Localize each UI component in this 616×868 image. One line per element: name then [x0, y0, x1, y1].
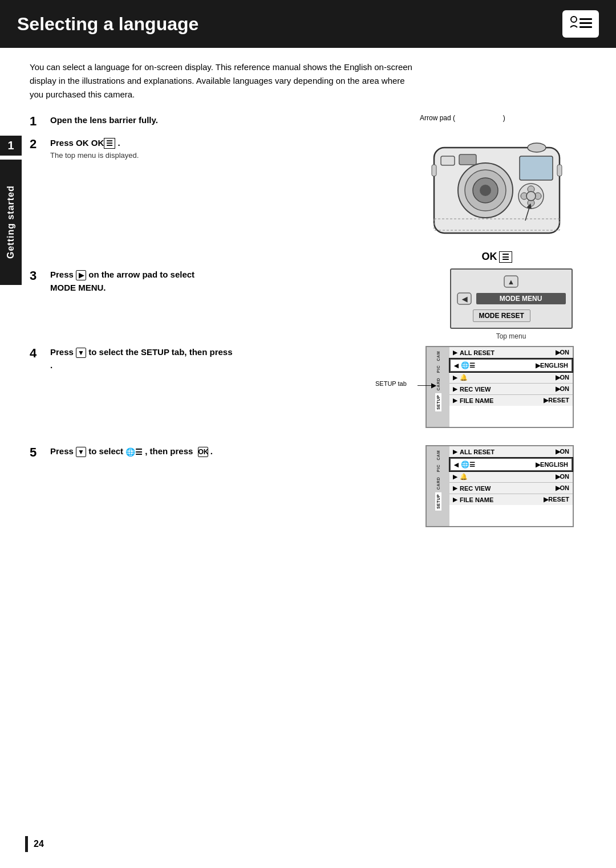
setup5-row-sound: ▶ 🔔 ▶ON	[449, 471, 573, 483]
mode-menu-box: ▲ ◀ MODE MENU MODE RESET	[450, 268, 573, 329]
svg-rect-3	[579, 26, 592, 28]
step-3-number: 3	[30, 268, 50, 283]
ok-symbol: ☰	[104, 138, 115, 149]
setup-row-language: ◀ 🌐☰ ▶ENGLISH	[449, 358, 573, 372]
arrow-updown-icon: ▼	[76, 447, 86, 457]
svg-rect-19	[432, 165, 436, 176]
intro-paragraph: You can select a language for on-screen …	[30, 60, 418, 101]
step-5-instruction: Press ▼ to select 🌐☰ , then press OK .	[50, 446, 213, 456]
svg-rect-9	[441, 156, 455, 165]
svg-rect-1	[579, 18, 592, 20]
steps-1-2-section: 1 Open the lens barrier fully. 2 Press O…	[30, 114, 591, 263]
step-4: 4 Press ▼ to select the SETUP tab, then …	[30, 346, 425, 372]
tab5-cam: CAM	[435, 449, 441, 462]
setup-menu-5: CAM PIC CARD SETUP ▶ ALL RESET ▶ON ◀ 🌐☰	[425, 445, 574, 527]
ok-btn-inline-icon: OK	[198, 447, 208, 457]
steps-1-2-right: Arrow pad ( )	[403, 114, 591, 263]
setup-row-recview: ▶ REC VIEW ▶ON	[449, 384, 573, 395]
mode-reset-row: MODE RESET	[451, 307, 572, 324]
setup5-row-filename: ▶ FILE NAME ▶RESET	[449, 494, 573, 505]
step-2-number: 2	[30, 137, 50, 152]
svg-point-18	[526, 191, 536, 201]
step-2-content: Press OK OK☰ . The top menu is displayed…	[50, 137, 403, 160]
header-icon-box	[562, 10, 599, 38]
ok-text: OK	[91, 138, 104, 148]
footer-bar	[25, 836, 28, 852]
step-4-section: 4 Press ▼ to select the SETUP tab, then …	[30, 346, 591, 437]
svg-text:▲: ▲	[508, 278, 515, 286]
svg-rect-20	[557, 165, 562, 176]
setup-row-all-reset: ▶ ALL RESET ▶ON	[449, 347, 573, 358]
left-arrow-btn-icon: ◀	[457, 292, 472, 305]
lang-icon-inline: 🌐☰	[125, 447, 145, 457]
setup5-row-all-reset: ▶ ALL RESET ▶ON	[449, 446, 573, 458]
arrow-down-icon: ▼	[76, 348, 86, 358]
mode-menu-row-left: ◀ MODE MENU	[451, 290, 572, 307]
step-4-right: SETUP tab ——▶ CAM PIC CARD SETUP ▶ ALL R…	[425, 346, 591, 428]
up-button-icon: ▲	[502, 275, 520, 288]
step-3-content: Press ▶ on the arrow pad to select MODE …	[50, 268, 431, 294]
svg-point-12	[528, 143, 546, 152]
page-header: Selecting a language	[0, 0, 616, 48]
side-tab-number: 1	[0, 136, 22, 156]
step-3-left: 3 Press ▶ on the arrow pad to select MOD…	[30, 268, 431, 302]
tab-cam: CAM	[435, 349, 441, 362]
ok-menu-symbol: ☰	[499, 251, 512, 263]
step-2-text: Press OK OK☰ .	[50, 138, 120, 148]
step-2-sub: The top menu is displayed.	[50, 151, 403, 160]
svg-rect-11	[520, 156, 553, 180]
step-5-content: Press ▼ to select 🌐☰ , then press OK .	[50, 445, 425, 458]
page-number: 24	[34, 839, 44, 849]
step-4-instruction: Press ▼ to select the SETUP tab, then pr…	[50, 347, 233, 370]
mode-menu-label: MODE MENU	[476, 293, 566, 304]
side-tab-label: Getting started	[0, 160, 22, 285]
tab-setup: SETUP	[435, 393, 441, 411]
tab5-card: CARD	[435, 475, 441, 491]
step-2: 2 Press OK OK☰ . The top menu is display…	[30, 137, 403, 160]
setup-row-sound: ▶ 🔔 ▶ON	[449, 372, 573, 384]
step-3-right: ▲ ◀ MODE MENU MODE RESET Top menu	[431, 268, 591, 340]
tab-card: CARD	[435, 376, 441, 392]
step-3: 3 Press ▶ on the arrow pad to select MOD…	[30, 268, 431, 294]
svg-rect-2	[579, 22, 592, 24]
top-menu-caption: Top menu	[496, 332, 526, 340]
setup-menu-4: CAM PIC CARD SETUP ▶ ALL RESET ▶ON ◀	[425, 346, 574, 428]
camera-svg	[417, 125, 577, 244]
setup5-row-language: ◀ 🌐☰ ▶ENGLISH	[449, 458, 573, 471]
page-footer: 24	[25, 836, 44, 852]
step-1-content: Open the lens barrier fully.	[50, 114, 403, 127]
svg-rect-10	[459, 154, 476, 165]
setup-rows-5: ▶ ALL RESET ▶ON ◀ 🌐☰ ▶ENGLISH ▶ 🔔	[449, 446, 573, 526]
main-content: You can select a language for on-screen …	[0, 48, 616, 540]
steps-1-2-left: 1 Open the lens barrier fully. 2 Press O…	[30, 114, 403, 168]
camera-illustration	[417, 125, 577, 246]
step-1-text: Open the lens barrier fully.	[50, 115, 158, 125]
setup-tab-label: SETUP tab	[375, 380, 407, 387]
step-5: 5 Press ▼ to select 🌐☰ , then press OK .	[30, 445, 425, 460]
ok-button-label: OK ☰	[482, 251, 512, 263]
step-3-instruction: Press ▶ on the arrow pad to select MODE …	[50, 270, 194, 292]
tab5-pic: PIC	[435, 463, 441, 474]
svg-text:◀: ◀	[461, 295, 467, 303]
svg-point-0	[571, 17, 577, 22]
tab5-setup: SETUP	[435, 492, 441, 511]
step-1: 1 Open the lens barrier fully.	[30, 114, 403, 129]
svg-point-8	[480, 185, 491, 196]
step-4-content: Press ▼ to select the SETUP tab, then pr…	[50, 346, 425, 372]
step-1-number: 1	[30, 114, 50, 129]
arrow-right-icon: ▶	[76, 270, 86, 280]
step-5-section: 5 Press ▼ to select 🌐☰ , then press OK .	[30, 445, 591, 527]
language-icon	[568, 14, 593, 34]
page-title: Selecting a language	[17, 14, 198, 35]
step-5-right: CAM PIC CARD SETUP ▶ ALL RESET ▶ON ◀ 🌐☰	[425, 445, 591, 527]
tab-pic: PIC	[435, 364, 441, 374]
step-3-section: 3 Press ▶ on the arrow pad to select MOD…	[30, 268, 591, 340]
setup-rows: ▶ ALL RESET ▶ON ◀ 🌐☰ ▶ENGLISH ▶ 🔔	[449, 347, 573, 427]
setup-row-filename: ▶ FILE NAME ▶RESET	[449, 395, 573, 406]
setup-tabs-5: CAM PIC CARD SETUP	[427, 446, 449, 526]
arrow-pad-label: Arrow pad ( )	[403, 114, 591, 123]
step-5-number: 5	[30, 445, 50, 460]
step-4-left: 4 Press ▼ to select the SETUP tab, then …	[30, 346, 425, 437]
setup-tab-arrow: ——▶	[418, 381, 436, 389]
step-5-left: 5 Press ▼ to select 🌐☰ , then press OK .	[30, 445, 425, 468]
